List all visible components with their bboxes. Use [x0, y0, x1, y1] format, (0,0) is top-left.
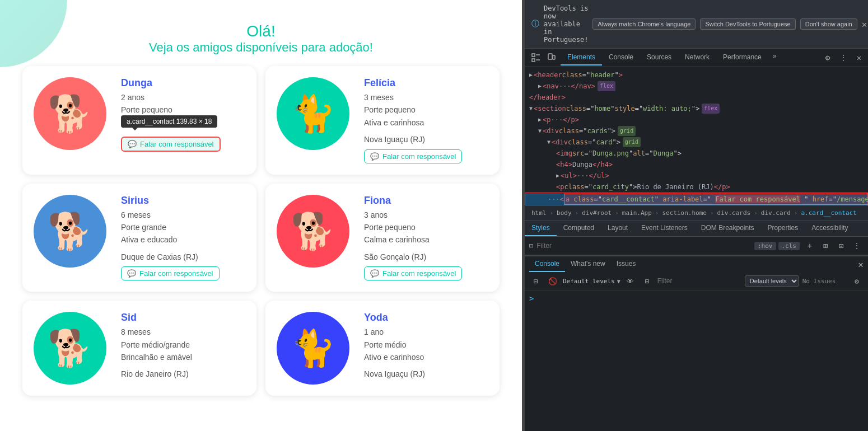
breadcrumb-card[interactable]: div.card — [759, 208, 793, 218]
filter-hov-badge[interactable]: :hov — [754, 242, 776, 250]
dom-line-img[interactable]: <img src="Dunga.png" alt="Dunga"> — [525, 148, 868, 159]
tab-network[interactable]: Network — [678, 50, 716, 65]
info-icon: ⓘ — [531, 19, 539, 29]
filter-input[interactable] — [536, 242, 751, 250]
dom-arrow-card[interactable]: ▼ — [547, 137, 550, 147]
chat-icon-felicia: 💬 — [370, 152, 379, 161]
toggle-computed-icon[interactable]: ⊞ — [819, 239, 832, 252]
eye-icon[interactable]: 👁 — [624, 274, 637, 288]
tab-more[interactable]: » — [768, 50, 781, 65]
console-close-icon[interactable]: ✕ — [858, 259, 864, 270]
card-sirius: 🐕 Sirius 6 meses Porte grande Ativa e ed… — [22, 184, 256, 292]
style-tab-dom-breakpoints[interactable]: DOM Breakpoints — [694, 221, 761, 236]
tab-elements[interactable]: Elements — [561, 50, 602, 65]
refresh-styles-icon[interactable]: ⊡ — [834, 239, 848, 252]
notification-close-icon[interactable]: ✕ — [862, 19, 867, 30]
dom-arrow-section[interactable]: ▼ — [529, 104, 533, 114]
console-sidebar-icon[interactable]: ⊟ — [529, 274, 543, 288]
card-contact-fiona[interactable]: 💬 Falar com responsável — [364, 266, 463, 280]
card-contact-dunga[interactable]: 💬 Falar com responsável — [121, 137, 221, 152]
breadcrumb-main[interactable]: main.App — [620, 208, 654, 218]
dom-line-nav[interactable]: ▶ <nav ··· </nav> flex — [525, 81, 868, 92]
more-options-icon[interactable]: ⋮ — [837, 51, 850, 64]
console-content[interactable]: > — [525, 291, 868, 431]
filter-icon: ⊟ — [529, 242, 533, 250]
card-info-sirius: Sirius 6 meses Porte grande Ativa e educ… — [121, 195, 245, 281]
btn-always-match[interactable]: Always match Chrome's language — [592, 18, 696, 30]
btn-dont-show-again[interactable]: Don't show again — [800, 18, 857, 30]
console-tab-console[interactable]: Console — [529, 256, 565, 272]
settings-icon[interactable]: ⚙ — [821, 51, 834, 64]
dom-line-ul[interactable]: ▶ <ul> ··· </ul> — [525, 170, 868, 181]
breadcrumb-cards[interactable]: div.cards — [715, 208, 753, 218]
style-tab-accessibility[interactable]: Accessibility — [805, 221, 855, 236]
card-size-felicia: Porte pequeno — [364, 104, 488, 116]
tab-sources[interactable]: Sources — [640, 50, 678, 65]
card-size-sid: Porte médio/grande — [121, 339, 245, 351]
style-tab-styles[interactable]: Styles — [525, 221, 557, 236]
add-style-rule-icon[interactable]: + — [803, 239, 816, 252]
card-personality-sid: Brincalhão e amável — [121, 351, 245, 363]
breadcrumb-contact[interactable]: a.card__contact — [799, 208, 858, 218]
console-tab-issues[interactable]: Issues — [611, 256, 642, 272]
style-tab-layout[interactable]: Layout — [601, 221, 634, 236]
console-prompt-icon: > — [529, 294, 534, 303]
dom-arrow-header[interactable]: ▶ — [529, 70, 533, 80]
contact-label-felicia: Falar com responsável — [382, 152, 456, 161]
console-clear-icon[interactable]: 🚫 — [546, 274, 559, 288]
breadcrumb-section-home[interactable]: section.home — [660, 208, 708, 218]
card-name-felicia: Felícia — [364, 77, 488, 89]
tooltip-dunga: a.card__contact 139.83 × 18 — [121, 115, 217, 128]
top-selector[interactable]: Default levels ▼ — [563, 278, 620, 285]
card-image-sirius: 🐕 — [34, 195, 106, 268]
more-style-options-icon[interactable]: ⋮ — [850, 239, 864, 252]
card-contact-sirius[interactable]: 💬 Falar com responsável — [121, 266, 220, 280]
dom-line-h4[interactable]: <h4> Dunga </h4> — [525, 159, 868, 170]
console-settings-icon[interactable]: ⚙ — [850, 274, 864, 288]
dom-line-cards[interactable]: ▼ <div class="cards"> grid — [525, 125, 868, 137]
devtools-dom-tree[interactable]: ▶ <header class="header" > ▶ <nav ··· </… — [525, 67, 868, 205]
breadcrumb-root[interactable]: div#root — [580, 208, 614, 218]
contact-label-dunga: Falar com responsável — [140, 140, 214, 148]
card-age-sid: 8 meses — [121, 326, 245, 338]
console-filter-input[interactable] — [657, 277, 741, 285]
dom-line-city[interactable]: <p class="card_city"> Rio de Janeiro (RJ… — [525, 181, 868, 193]
card-personality-fiona: Calma e carinhosa — [364, 233, 488, 246]
tab-performance[interactable]: Performance — [716, 50, 768, 65]
console-level-select[interactable]: Default levels — [745, 275, 799, 287]
style-tab-properties[interactable]: Properties — [761, 221, 805, 236]
site-title-section: Olá! Veja os amigos disponíveis para ado… — [0, 0, 522, 66]
dom-line-p[interactable]: ▶ <p ··· </p> — [525, 114, 868, 125]
cards-grid: 🐕 Dunga 2 anos Porte pequeno Calmo e edu… — [0, 66, 522, 418]
dom-line-contact[interactable]: ··· < a class="card__contact" aria-label… — [525, 193, 868, 205]
dom-arrow-p[interactable]: ▶ — [538, 115, 542, 125]
btn-switch-language[interactable]: Switch DevTools to Portuguese — [700, 18, 795, 30]
dom-line-header-close[interactable]: </header> — [525, 92, 868, 103]
breadcrumb-html[interactable]: html — [529, 208, 549, 218]
card-age-fiona: 3 anos — [364, 209, 488, 221]
device-toolbar-icon[interactable] — [545, 51, 558, 64]
card-image-felicia: 🐈 — [277, 77, 349, 150]
card-info-sid: Sid 8 meses Porte médio/grande Brincalhã… — [121, 312, 245, 381]
inspect-element-icon[interactable] — [529, 51, 543, 64]
animal-emoji-sid: 🐕 — [48, 330, 92, 366]
filter-action-icons: + ⊞ ⊡ ⋮ — [803, 239, 864, 252]
dom-arrow-nav[interactable]: ▶ — [538, 81, 542, 91]
style-tab-event-listeners[interactable]: Event Listeners — [634, 221, 694, 236]
console-tab-whats-new[interactable]: What's new — [565, 256, 611, 272]
breadcrumb-body[interactable]: body — [554, 208, 574, 218]
style-tab-computed[interactable]: Computed — [557, 221, 601, 236]
dom-line-card[interactable]: ▼ <div class="card"> grid — [525, 137, 868, 148]
close-devtools-icon[interactable]: ✕ — [852, 51, 866, 64]
tab-console[interactable]: Console — [602, 50, 640, 65]
devtools-toolbar-icons — [527, 51, 561, 64]
dom-line-header[interactable]: ▶ <header class="header" > — [525, 69, 868, 81]
notification-text: DevTools is now available in Portuguese! — [544, 4, 588, 44]
card-image-yoda: 🐈 — [277, 312, 349, 385]
filter-cls-badge[interactable]: .cls — [778, 242, 800, 250]
card-contact-felicia[interactable]: 💬 Falar com responsável — [364, 149, 463, 163]
card-name-yoda: Yoda — [364, 312, 488, 324]
console-tab-bar: Console What's new Issues ✕ — [525, 255, 868, 272]
dom-line-section[interactable]: ▼ <section class="home" style="width: au… — [525, 103, 868, 114]
dom-arrow-cards[interactable]: ▼ — [538, 126, 542, 136]
